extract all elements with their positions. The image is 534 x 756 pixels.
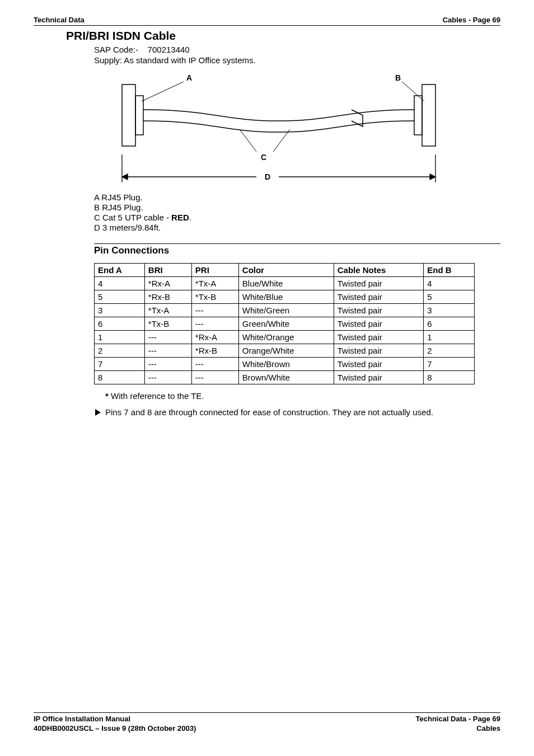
page-footer: IP Office Installation Manual 40DHB0002U… (34, 712, 500, 734)
legend-b: B RJ45 Plug. (94, 203, 500, 212)
footer-right: Technical Data - Page 69 Cables (416, 714, 501, 734)
th-end-a: End A (95, 264, 145, 277)
cable-diagram: A B C (111, 71, 500, 182)
pin-connections-table: End A BRI PRI Color Cable Notes End B 4 … (94, 263, 475, 384)
svg-marker-13 (430, 174, 435, 180)
supply-line: Supply: As standard with IP Office syste… (94, 55, 500, 65)
svg-marker-12 (122, 174, 128, 180)
footer-left: IP Office Installation Manual 40DHB0002U… (34, 714, 196, 734)
table-row: 3 *Tx-A --- White/Green Twisted pair 3 (95, 304, 475, 317)
diagram-label-d: D (265, 172, 270, 181)
table-row: 5 *Rx-B *Tx-B White/Blue Twisted pair 5 (95, 290, 475, 304)
table-row: 2 --- *Rx-B Orange/White Twisted pair 2 (95, 344, 475, 358)
footer-doc-id: 40DHB0002USCL – Issue 9 (28th October 20… (34, 724, 196, 732)
table-row: 7 --- --- White/Brown Twisted pair 7 (95, 358, 475, 371)
legend-c: C Cat 5 UTP cable - RED. (94, 213, 500, 222)
table-header-row: End A BRI PRI Color Cable Notes End B (95, 264, 475, 277)
svg-line-4 (142, 82, 184, 101)
th-cable-notes: Cable Notes (334, 264, 424, 277)
header-left: Technical Data (34, 16, 85, 24)
pins-7-8-text: Pins 7 and 8 are through connected for e… (105, 407, 433, 417)
table-row: 8 --- --- Brown/White Twisted pair 8 (95, 371, 475, 384)
table-row: 1 --- *Rx-A White/Orange Twisted pair 1 (95, 331, 475, 344)
table-row: 4 *Rx-A *Tx-A Blue/White Twisted pair 4 (95, 277, 475, 290)
pin-connections-heading: Pin Connections (94, 245, 500, 256)
pins-7-8-note: Pins 7 and 8 are through connected for e… (94, 407, 500, 417)
section-rule (94, 243, 500, 244)
svg-line-6 (240, 129, 256, 152)
th-bri: BRI (144, 264, 191, 277)
footer-section-page: Technical Data - Page 69 (416, 715, 501, 723)
footer-section-name: Cables (476, 724, 500, 732)
arrow-right-icon (94, 408, 102, 416)
table-row: 6 *Tx-B --- Green/White Twisted pair 6 (95, 317, 475, 331)
diagram-label-c: C (261, 153, 266, 162)
diagram-label-b: B (395, 73, 401, 82)
footer-manual-title: IP Office Installation Manual (34, 715, 130, 723)
page-title: PRI/BRI ISDN Cable (66, 29, 500, 43)
legend-d: D 3 meters/9.84ft. (94, 223, 500, 232)
svg-rect-0 (122, 84, 135, 146)
sap-code-label: SAP Code:- (94, 45, 138, 54)
legend-a: A RJ45 Plug. (94, 192, 500, 202)
sap-code-line: SAP Code:- 700213440 (94, 45, 500, 54)
svg-rect-3 (414, 96, 422, 135)
header-right: Cables - Page 69 (443, 16, 500, 24)
svg-line-7 (273, 129, 290, 152)
diagram-label-a: A (186, 73, 192, 82)
sap-code-value: 700213440 (148, 45, 190, 54)
diagram-legend: A RJ45 Plug. B RJ45 Plug. C Cat 5 UTP ca… (94, 192, 500, 232)
page-header: Technical Data Cables - Page 69 (34, 16, 500, 26)
th-end-b: End B (424, 264, 475, 277)
th-pri: PRI (191, 264, 238, 277)
svg-rect-1 (135, 96, 143, 135)
svg-marker-14 (95, 409, 101, 416)
svg-rect-2 (422, 84, 435, 146)
th-color: Color (238, 264, 334, 277)
svg-line-5 (402, 82, 424, 101)
te-reference-footnote: * * With reference to the TE.With refere… (105, 391, 500, 401)
